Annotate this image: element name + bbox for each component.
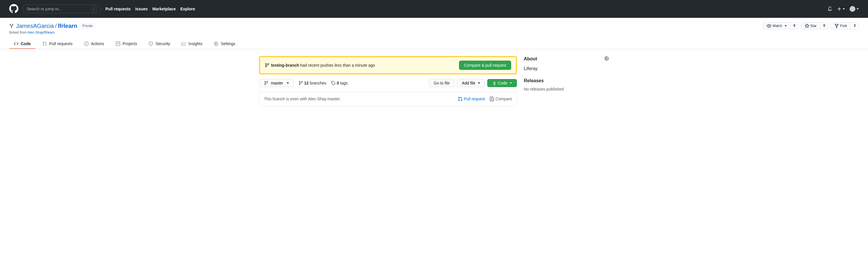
file-diff-icon [490,97,494,101]
caret-down-icon [843,8,845,9]
repo-forked-icon [9,24,14,28]
tag-icon [331,81,336,86]
fork-parent-link[interactable]: Alec-Shay/lfrlearn [27,30,55,34]
notifications-button[interactable] [828,7,832,11]
recent-push-alert: testing-branch had recent pushes less th… [259,56,517,74]
edit-about-button[interactable] [604,56,609,62]
fork-count[interactable]: 3 [851,23,859,29]
about-title: About [524,56,537,62]
header-right [828,6,859,12]
fork-info: forked from Alec-Shay/lfrlearn [9,30,859,34]
about-description: Liferay [524,66,609,71]
play-icon [84,41,89,46]
visibility-badge: Private [80,23,96,29]
repo-name-link[interactable]: lfrlearn [58,23,78,29]
watch-count[interactable]: 0 [790,23,799,29]
search-slash-hint: / [91,6,97,12]
shield-icon [149,41,153,46]
global-header: / Pull requests Issues Marketplace Explo… [0,0,868,18]
nav-pull-requests[interactable]: Pull requests [105,7,131,11]
search-box[interactable]: / [23,5,101,13]
header-nav: Pull requests Issues Marketplace Explore [105,7,195,11]
project-icon [116,41,120,46]
create-new-button[interactable] [837,7,845,11]
bell-icon [828,7,832,11]
branches-link[interactable]: 12 branches [299,81,327,86]
git-branch-icon [265,63,269,68]
releases-text: No releases published [524,87,609,91]
repo-title: JamesAGarcia / lfrlearn Private [9,23,96,29]
go-to-file-button[interactable]: Go to file [429,79,455,87]
sidebar: About Liferay Releases No releases publi… [524,56,609,106]
add-file-button[interactable]: Add file [457,79,485,87]
branch-select-menu[interactable]: master [259,79,294,87]
eye-icon [767,24,771,28]
github-mark-icon [9,4,19,13]
fork-button[interactable]: Fork [831,23,851,29]
repo-forked-icon [834,24,839,28]
plus-icon [837,7,841,11]
user-menu-button[interactable] [849,6,859,12]
nav-marketplace[interactable]: Marketplace [153,7,176,11]
star-icon [805,24,809,28]
caret-down-icon [784,25,787,27]
caret-down-icon [857,8,859,9]
git-branch-icon [264,81,269,86]
repo-actions: Watch 0 Star 0 Fork 3 [763,23,859,29]
even-with-text: This branch is even with Alec-Shay:maste… [264,97,341,101]
user-avatar [849,6,855,12]
tab-code[interactable]: Code [9,39,35,49]
repo-head: JamesAGarcia / lfrlearn Private Watch 0 … [0,18,868,49]
github-logo[interactable] [9,4,19,14]
releases-section: Releases No releases published [524,78,609,91]
compare-pull-request-button[interactable]: Compare & pull request [459,61,511,70]
releases-title: Releases [524,78,609,84]
code-download-button[interactable]: Code [487,79,517,87]
star-button[interactable]: Star [801,23,820,29]
search-input[interactable] [27,7,91,11]
nav-issues[interactable]: Issues [135,7,148,11]
about-section: About Liferay [524,56,609,71]
caret-down-icon [510,82,512,84]
compare-link[interactable]: Compare [490,97,512,101]
star-count[interactable]: 0 [820,23,829,29]
graph-icon [182,41,186,46]
branch-comparison-box: This branch is even with Alec-Shay:maste… [259,92,517,106]
tab-settings[interactable]: Settings [209,39,240,49]
code-icon [14,41,19,46]
tab-pull-requests[interactable]: Pull requests [38,39,77,49]
main-column: testing-branch had recent pushes less th… [259,56,517,106]
gear-icon [214,41,218,46]
main-container: testing-branch had recent pushes less th… [250,49,618,113]
file-navigation: master 12 branches 0 tags Go to file Add… [259,79,517,87]
tab-security[interactable]: Security [144,39,175,49]
caret-down-icon [287,82,289,84]
tab-projects[interactable]: Projects [111,39,142,49]
tab-actions[interactable]: Actions [80,39,109,49]
gear-icon [604,56,609,61]
nav-explore[interactable]: Explore [180,7,195,11]
git-branch-icon [299,81,303,86]
caret-down-icon [478,82,480,84]
git-pull-request-icon [42,41,47,46]
download-icon [492,81,497,86]
git-pull-request-icon [458,97,463,101]
watch-button[interactable]: Watch [763,23,790,29]
tab-insights[interactable]: Insights [177,39,207,49]
pull-request-link[interactable]: Pull request [458,97,485,101]
repo-owner-link[interactable]: JamesAGarcia [16,23,54,29]
recent-push-branch: testing-branch [271,63,299,68]
repo-tabs: Code Pull requests Actions Projects Secu… [9,39,859,49]
tags-link[interactable]: 0 tags [331,81,348,86]
